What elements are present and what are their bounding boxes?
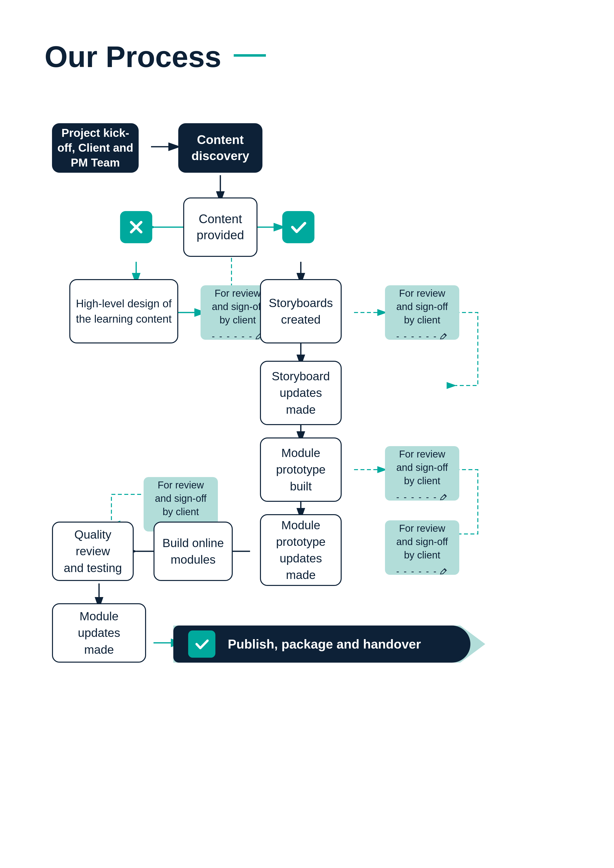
icon-check-box [282, 211, 314, 243]
dashed-line-3: - - - - - - [396, 491, 448, 503]
pencil-icon-4 [439, 567, 448, 576]
publish-banner: Publish, package and handover [173, 626, 470, 663]
node-module-updates-final: Module updates made [52, 603, 146, 663]
pencil-icon-3 [439, 493, 448, 502]
publish-label: Publish, package and handover [228, 637, 421, 651]
node-quality-review: Quality review and testing [52, 522, 134, 581]
node-storyboard-updates: Storyboard updates made [260, 361, 342, 425]
dashed-line-2: - - - - - - [396, 330, 448, 343]
node-high-level: High-level design of the learning conten… [69, 279, 178, 343]
x-icon [126, 217, 146, 237]
publish-checkmark [193, 636, 210, 653]
node-build-online: Build online modules [154, 522, 233, 581]
publish-check-icon [188, 631, 215, 658]
node-module-updates: Module prototype updates made [260, 514, 342, 586]
node-review2: For review and sign-off by client - - - … [385, 285, 459, 340]
node-content-discovery: Content discovery [178, 123, 263, 173]
title-underline [234, 54, 266, 57]
node-review4: For review and sign-off by client - - - … [385, 520, 459, 575]
flow-diagram: Project kick-off, Client and PM Team Con… [45, 108, 569, 801]
node-storyboards-created: Storyboards created [260, 279, 342, 343]
node-module-prototype: Module prototype built [260, 437, 342, 502]
title-text: Our Process [45, 40, 221, 74]
node-review3: For review and sign-off by client - - - … [385, 446, 459, 501]
pencil-icon-2 [439, 332, 448, 341]
page: Our Process [0, 0, 614, 868]
dashed-line-1: - - - - - - [212, 330, 264, 343]
icon-x-box [120, 211, 152, 243]
node-kickoff: Project kick-off, Client and PM Team [52, 123, 138, 173]
node-content-provided: Content provided [183, 197, 258, 257]
dashed-line-4: - - - - - - [396, 566, 448, 578]
page-title: Our Process [45, 40, 569, 74]
checkmark-icon [288, 217, 308, 237]
